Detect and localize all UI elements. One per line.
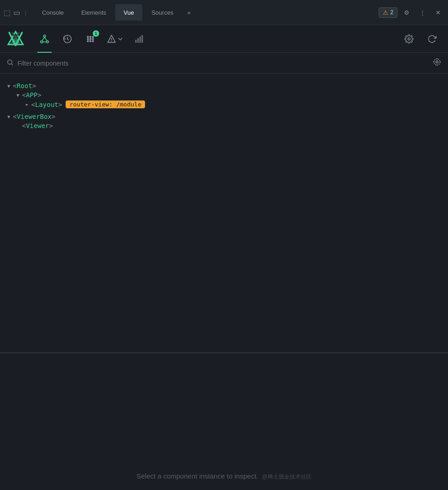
arrow-viewerbox: ▼ [5,114,13,119]
tree-item-layout[interactable]: ► <Layout> router-view: /module [23,100,443,109]
svg-point-4 [40,41,43,43]
refresh-icon [427,34,437,44]
chevron-down-icon [118,36,123,42]
nav-refresh[interactable] [421,28,442,50]
svg-rect-22 [135,39,137,42]
devtools-nav-right [398,28,442,50]
filter-components-input[interactable] [17,60,432,67]
tree-area: ▼ <Root> ▼ <APP> ► <Layout> router-view:… [0,74,448,490]
arrow-root: ▼ [5,84,13,89]
router-view-badge: router-view: /module [66,100,145,108]
devtools-nav: 1 [34,28,394,50]
tab-console[interactable]: Console [34,4,72,21]
tab-elements[interactable]: Elements [73,4,114,21]
credit-text: @稀土掘金技术社区 [262,473,311,481]
router-icon [106,34,117,44]
components-icon [39,34,50,44]
svg-point-27 [8,60,12,64]
browser-left-icons: ⬚ ▭ | [4,8,28,17]
search-icon [6,59,14,68]
history-icon [62,34,73,44]
locate-component-icon[interactable] [432,57,442,69]
svg-point-13 [87,36,89,38]
devtools-settings-button[interactable]: ⚙ [400,6,413,19]
nav-events[interactable]: 1 [80,28,101,50]
svg-point-17 [90,40,91,42]
warning-badge[interactable]: ⚠ 2 [379,7,398,18]
svg-point-12 [92,38,94,39]
svg-line-28 [11,64,13,65]
settings-icon [404,34,414,44]
svg-point-3 [44,35,46,37]
tab-bar: ⬚ ▭ | Console Elements Vue Sources » ⚠ 2… [0,0,448,25]
tree-item-viewer[interactable]: ► <Viewer> [14,121,443,130]
svg-point-11 [90,38,91,39]
tab-more-button[interactable]: » [183,6,196,19]
devtools-close-button[interactable]: ✕ [431,6,444,19]
nav-router[interactable] [103,32,127,46]
tree-item-root[interactable]: ▼ <Root> [5,81,443,90]
vue-logo [6,29,26,49]
select-component-text: Select a component instance to inspect. [136,472,258,480]
svg-point-18 [92,40,94,42]
nav-performance[interactable] [129,28,150,50]
arrow-layout: ► [23,102,31,107]
tab-bar-right: ⚠ 2 ⚙ ⋮ ✕ [379,6,444,19]
svg-rect-25 [142,35,143,43]
nav-history[interactable] [57,28,78,50]
bottom-message: Select a component instance to inspect. … [136,472,311,481]
nav-components[interactable] [34,28,55,50]
component-tree: ▼ <Root> ▼ <APP> ► <Layout> router-view:… [0,74,448,352]
svg-rect-23 [137,38,139,43]
nav-settings[interactable] [398,28,420,50]
arrow-app: ▼ [14,93,22,98]
svg-point-29 [436,61,438,63]
svg-point-10 [87,38,89,39]
tab-vue[interactable]: Vue [115,4,142,21]
devtools-header: 1 [0,25,448,53]
filter-bar [0,53,448,74]
svg-point-26 [408,38,410,40]
svg-line-7 [45,37,47,40]
devtools-panel: 1 [0,25,448,490]
svg-line-6 [42,37,45,40]
bottom-panel: Select a component instance to inspect. … [0,352,448,490]
svg-point-21 [111,40,112,41]
mobile-icon[interactable]: ▭ [13,8,20,17]
svg-point-14 [90,36,91,38]
devtools-dots-button[interactable]: ⋮ [416,6,429,19]
svg-point-5 [46,41,49,43]
tree-item-app[interactable]: ▼ <APP> [14,90,443,100]
tree-item-viewerbox[interactable]: ▼ <ViewerBox> [5,112,443,121]
performance-icon [134,34,144,44]
tab-sources[interactable]: Sources [143,4,182,21]
events-badge: 1 [93,30,99,37]
svg-point-30 [434,59,440,65]
svg-rect-24 [140,36,141,43]
svg-point-15 [92,36,94,38]
cursor-icon[interactable]: ⬚ [4,8,11,17]
svg-point-16 [87,40,89,42]
warning-icon: ⚠ [383,9,388,16]
